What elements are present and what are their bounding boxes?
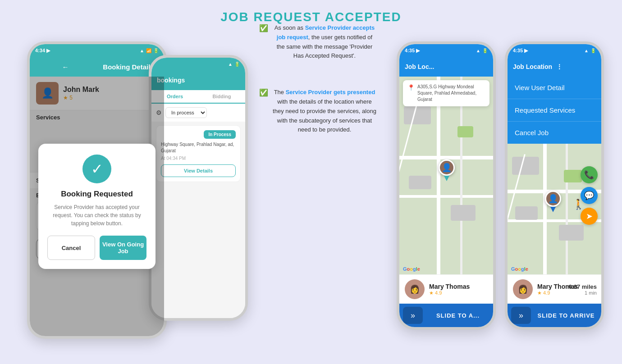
filter-select[interactable]: In process Completed Cancelled	[165, 107, 207, 118]
phone2-status-bar: ▲ 🔋	[151, 58, 245, 70]
phone3-location-search: 📍 A305,S.G Highway Mondeal Square, Prahl…	[403, 80, 489, 106]
annotation-1: ✅ As soon as Service Provider accepts jo…	[259, 23, 376, 61]
tab-bidding[interactable]: Bidding	[198, 90, 245, 103]
phone1-status-bar: 4:34 ▶ ▲ 📶 🔋	[30, 44, 164, 57]
phone1-status-icons: ▲ 📶 🔋	[140, 48, 159, 53]
phone4-avatar-icon: 👩	[513, 279, 533, 299]
navigate-button[interactable]: ➤	[581, 208, 598, 225]
map-park-1	[457, 126, 473, 137]
phone4-user-pin: 👤	[545, 191, 561, 212]
order-card: In Process Highway Square, Prahlad Nagar…	[156, 125, 241, 182]
phone3-address: A305,S.G Highway Mondeal Square, Prahlad…	[417, 84, 485, 103]
phone4-map: 👤 🚶 📞 💬 ➤ Google	[508, 144, 601, 274]
phone3-slide-label: SLIDE TO A...	[426, 312, 489, 319]
phone4-road-v2	[566, 144, 568, 274]
phone3-status-bar: 4:35 ▶ ▲ 🔋	[399, 44, 493, 57]
annotation2-check-icon: ✅	[259, 88, 268, 97]
phone4-loc-icon: ▶	[524, 48, 528, 54]
phone3-header-title: Job Loc...	[405, 63, 488, 70]
phone4-pin-pointer	[550, 207, 556, 212]
phone3-user-name: Mary Thomas	[429, 283, 470, 290]
phone1-time-text: 4:34	[35, 48, 45, 53]
phone4-slide-bar[interactable]: » SLIDE TO ARRIVE	[508, 304, 601, 327]
annotation1-text: As soon as Service Provider accepts job …	[273, 23, 376, 61]
wifi-icon: ▲	[140, 48, 144, 53]
phone4-slide-arrows: »	[511, 307, 531, 324]
annotation2-rest: with the details of the location where t…	[273, 98, 376, 133]
phone4-user-avatar: 👩	[513, 279, 533, 299]
back-button[interactable]: ←	[36, 63, 95, 71]
modal-description: Service Provider has accepted your reque…	[47, 203, 146, 228]
call-button[interactable]: 📞	[581, 166, 598, 183]
phone2-battery-icon: 🔋	[234, 62, 240, 67]
phone3-time: 4:35 ▶	[405, 48, 420, 54]
phone4-header: Job Location ⋮	[508, 57, 601, 77]
phone1-frame: 4:34 ▶ ▲ 📶 🔋 ← Booking Details 👤 John Ma…	[27, 41, 167, 339]
phone4-time-text: 4:35	[513, 48, 523, 53]
in-process-badge: In Process	[204, 130, 236, 139]
phone4-wifi: ▲	[584, 48, 589, 53]
annotation-area: ✅ As soon as Service Provider accepts jo…	[248, 23, 388, 135]
phone1-time: 4:34 ▶	[35, 48, 50, 54]
map-building-1	[404, 106, 431, 124]
view-details-button[interactable]: View Details	[161, 164, 236, 177]
phone3-user-avatar: 👩	[405, 279, 425, 299]
modal-title: Booking Requested	[47, 190, 146, 199]
phone4-action-icons: 📞 💬 ➤	[581, 166, 598, 225]
map-road-h1	[399, 156, 493, 159]
phone4-slide-label: SLIDE TO ARRIVE	[535, 312, 598, 319]
annotation1-intro: As soon as	[274, 24, 305, 31]
modal-buttons: Cancel View On Going Job	[47, 236, 146, 260]
phone4-status-bar: 4:35 ▶ ▲ 🔋	[508, 44, 601, 57]
phone4-time: 4:35 ▶	[513, 48, 528, 54]
filter-row: ⚙ In process Completed Cancelled	[151, 104, 245, 122]
message-button[interactable]: 💬	[581, 187, 598, 204]
phone3-bottom-card: 👩 Mary Thomas ★ 4.9	[399, 274, 493, 304]
phone2-wifi-icon: ▲	[228, 62, 233, 67]
phone3-battery: 🔋	[482, 48, 488, 53]
signal-icon: 📶	[146, 48, 151, 53]
time-value: 1 min	[569, 290, 597, 296]
menu-item-cancel-job[interactable]: Cancel Job	[508, 122, 601, 144]
map-road-h2	[399, 195, 493, 198]
phone3-user-info: Mary Thomas ★ 4.9	[429, 283, 470, 296]
phone3-header: Job Loc...	[399, 57, 493, 77]
order-time: At 04:34 PM	[161, 156, 236, 161]
phone2-status-right: ▲ 🔋	[228, 62, 240, 67]
annotation2-intro: The	[274, 89, 286, 96]
map-building-3	[451, 205, 476, 221]
phone3-slide-bar[interactable]: » SLIDE TO A...	[399, 304, 493, 327]
phone4-battery: 🔋	[590, 48, 596, 53]
modal-overlay: ✓ Booking Requested Service Provider has…	[30, 77, 164, 336]
order-address: Highway Square, Prahlad Nagar, ad, Gujar…	[161, 141, 236, 154]
phone3-time-text: 4:35	[405, 48, 415, 53]
phone4-building-1	[512, 157, 539, 175]
annotation1-check-icon: ✅	[259, 24, 268, 32]
modal-cancel-button[interactable]: Cancel	[47, 236, 95, 260]
phone1-body: 👤 John Mark ★ 5 Services Subtotal $ 23.0…	[30, 77, 164, 336]
menu-item-requested-services[interactable]: Requested Services	[508, 99, 601, 122]
phone4-header-title: Job Location	[513, 63, 553, 70]
modal-view-job-button[interactable]: View On Going Job	[100, 236, 146, 260]
phone3-pin-pointer	[444, 176, 449, 181]
phone4-building-3	[559, 225, 584, 241]
page-title: JOB REQUEST ACCEPTED	[220, 10, 401, 24]
distance-value: 0.07 miles	[569, 283, 597, 290]
phone4-bottom-card: 👩 Mary Thomas ★ 4.9 0.07 miles 1 min	[508, 274, 601, 304]
battery-icon: 🔋	[153, 48, 159, 53]
phone2-tabs: Orders Bidding	[151, 90, 245, 104]
phone1-header: ← Booking Details	[30, 57, 164, 77]
loc-pin-icon: 📍	[407, 84, 415, 91]
phone4-dropdown-menu: View User Detail Requested Services Canc…	[508, 77, 601, 144]
phone3-avatar-icon: 👩	[405, 279, 425, 299]
phone4-building-2	[515, 206, 538, 220]
google-logo-3: Google	[403, 266, 420, 272]
google-logo-4: Google	[511, 266, 528, 272]
phone3-pin-avatar: 👤	[440, 161, 453, 174]
more-options-icon[interactable]: ⋮	[556, 63, 596, 70]
phone3-frame: 4:35 ▶ ▲ 🔋 Job Loc...	[397, 41, 496, 330]
map-building-2	[409, 176, 431, 189]
phone3-map: 📍 A305,S.G Highway Mondeal Square, Prahl…	[399, 77, 493, 274]
phone4-frame: 4:35 ▶ ▲ 🔋 Job Location ⋮ View User Deta…	[505, 41, 604, 330]
menu-item-view-user[interactable]: View User Detail	[508, 77, 601, 99]
